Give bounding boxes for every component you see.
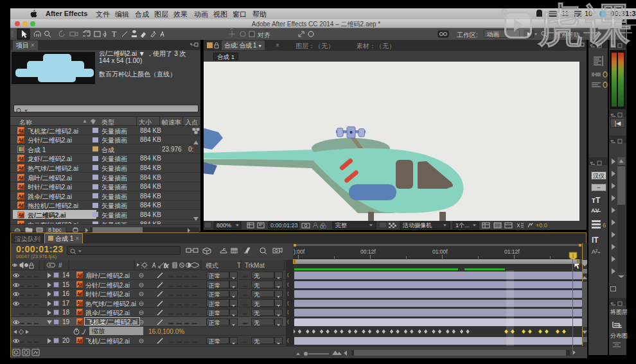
- svg-text:+0.0: +0.0: [536, 222, 547, 229]
- svg-text:fx: fx: [164, 263, 169, 269]
- svg-text:TrkMat: TrkMat: [245, 262, 265, 269]
- svg-text:活动摄像机: 活动摄像机: [402, 222, 432, 229]
- svg-text:1个...: 1个...: [455, 222, 470, 229]
- svg-text:0:00:01:23: 0:00:01:23: [270, 222, 298, 229]
- svg-text:T: T: [237, 262, 241, 269]
- svg-text:T: T: [112, 30, 117, 39]
- svg-text:完整: 完整: [335, 222, 347, 229]
- svg-text:模式: 模式: [206, 262, 218, 269]
- svg-text:800%: 800%: [216, 222, 231, 229]
- svg-text:#: #: [58, 262, 62, 269]
